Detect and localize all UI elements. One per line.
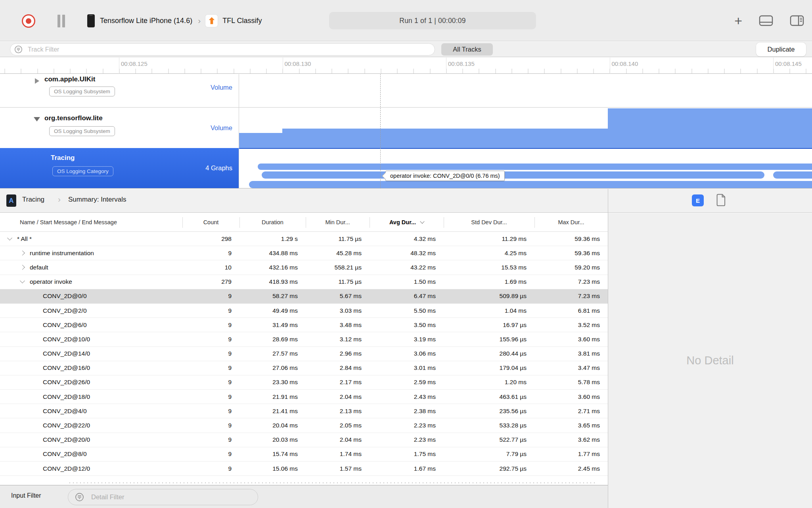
breadcrumb-tracing[interactable]: Tracing [22,196,44,204]
cell-min: 1.74 ms [306,450,370,458]
panel-divider[interactable] [608,189,608,508]
cell-min: 2.13 ms [306,408,370,415]
all-tracks-button[interactable]: All Tracks [441,43,493,56]
interval-bar[interactable] [262,171,764,179]
track-badge: OS Logging Category [52,166,113,176]
column-header-duration[interactable]: Duration [239,213,306,232]
column-header-avg-duration[interactable]: Avg Dur... [370,213,444,232]
table-row[interactable]: CONV_2D@10/0928.69 ms3.12 ms3.19 ms155.9… [0,332,608,346]
cell-avg: 2.43 ms [370,393,444,400]
row-name: CONV_2D@4/0 [43,408,87,415]
iphone-icon [87,14,95,27]
row-name: CONV_2D@20/0 [43,436,90,443]
cell-max: 7.23 ms [534,278,608,285]
row-name: CONV_2D@6/0 [43,321,87,329]
target-selector[interactable]: Tensorflow Lite iPhone (14.6) › TFL Clas… [87,12,262,29]
chevron-right-icon: › [58,194,61,204]
timeline-ruler[interactable]: 00:08.12500:08.13000:08.13500:08.14000:0… [0,58,812,74]
cell-avg: 1.67 ms [370,465,444,472]
table-row[interactable]: default10432.16 ms558.21 µs43.22 ms15.53… [0,260,608,275]
table-body: * All *2981.29 s11.75 µs4.32 ms11.29 ms5… [0,232,608,476]
track-meta: 4 Graphs [205,164,232,172]
table-row[interactable]: CONV_2D@12/0915.06 ms1.57 ms1.67 ms292.7… [0,462,608,476]
extended-detail-button[interactable]: E [692,194,704,206]
column-header-name[interactable]: Name / Start Message / End Message [0,213,182,232]
detail-filter-input[interactable] [68,489,258,505]
cell-count: 9 [182,250,239,257]
column-header-max-duration[interactable]: Max Dur... [534,213,608,232]
add-instrument-button[interactable]: + [734,13,742,29]
disclosure-expanded-icon[interactable] [34,117,40,121]
ruler-gridline [610,58,610,74]
column-header-min-duration[interactable]: Min Dur... [306,213,370,232]
run-status-display: Run 1 of 1 | 00:00:09 [329,12,536,29]
table-row[interactable]: CONV_2D@8/0915.74 ms1.74 ms1.75 ms7.79 µ… [0,447,608,462]
table-row[interactable]: CONV_2D@2/0949.49 ms3.03 ms5.50 ms1.04 m… [0,304,608,318]
cell-min: 45.28 ms [306,250,370,257]
table-row[interactable]: operator invoke279418.93 ms11.75 µs1.50 … [0,275,608,289]
cell-duration: 434.88 ms [239,250,306,257]
track-row-tracing-selected[interactable]: Tracing OS Logging Category 4 Graphs [0,148,812,188]
cell-avg: 43.22 ms [370,264,444,271]
table-row[interactable]: CONV_2D@22/0920.04 ms2.05 ms2.23 ms533.2… [0,418,608,433]
cell-min: 558.21 µs [306,264,370,271]
track-graph-volume[interactable] [239,108,812,148]
cell-std: 16.97 µs [444,321,534,329]
table-row[interactable]: CONV_2D@4/0921.41 ms2.13 ms2.38 ms235.56… [0,404,608,418]
disclosure-collapsed-icon[interactable] [35,78,39,84]
track-row-tensorflow[interactable]: org.tensorflow.lite OS Logging Subsystem… [0,108,812,148]
cell-duration: 28.69 ms [239,336,306,343]
table-row[interactable]: * All *2981.29 s11.75 µs4.32 ms11.29 ms5… [0,232,608,246]
chevron-right-icon[interactable] [20,265,25,270]
table-row[interactable]: runtime instrumentation9434.88 ms45.28 m… [0,246,608,260]
interval-bar[interactable] [773,171,812,179]
cell-duration: 15.06 ms [239,465,306,472]
table-row[interactable]: CONV_2D@20/0920.03 ms2.04 ms2.23 ms522.7… [0,433,608,447]
track-row-uikit[interactable]: com.apple.UIKit OS Logging Subsystem Vol… [0,74,812,108]
row-name: CONV_2D@26/0 [43,379,90,386]
toggle-right-pane-button[interactable] [790,15,804,26]
cell-avg: 2.38 ms [370,408,444,415]
table-row[interactable]: CONV_2D@18/0921.91 ms2.04 ms2.43 ms463.6… [0,390,608,404]
record-button[interactable] [22,14,35,28]
cell-duration: 432.16 ms [239,264,306,271]
chevron-down-icon[interactable] [7,235,12,241]
table-row[interactable]: CONV_2D@6/0931.49 ms3.48 ms3.50 ms16.97 … [0,318,608,332]
breadcrumb-summary-intervals[interactable]: Summary: Intervals [68,196,126,204]
tfl-arrow-icon [207,16,216,25]
selection-top-line [239,148,812,149]
cell-min: 5.67 ms [306,292,370,300]
column-header-count[interactable]: Count [182,213,239,232]
ruler-time-label: 00:08.125 [121,60,147,67]
cell-max: 5.78 ms [534,379,608,386]
column-header-std-dev-duration[interactable]: Std Dev Dur... [444,213,534,232]
interval-bar[interactable] [258,164,812,170]
track-graph-tracing[interactable] [239,148,812,188]
track-graph-uikit[interactable] [239,74,812,107]
document-inspector-button[interactable] [716,194,726,206]
interval-bar[interactable] [249,181,812,188]
tooltip-text: operator invoke: CONV_2D@0/0 (6.76 ms) [390,173,500,179]
cell-duration: 20.03 ms [239,436,306,443]
e-button-label: E [696,197,700,204]
row-name: * All * [17,235,32,242]
detail-breadcrumb-bar: A Tracing › Summary: Intervals [0,189,812,213]
chevron-right-icon[interactable] [20,250,25,256]
cell-std: 1.04 ms [444,307,534,314]
track-title: com.apple.UIKit [44,75,95,83]
table-row-selected[interactable]: CONV_2D@0/0958.27 ms5.67 ms6.47 ms509.89… [0,289,608,304]
ruler-gridline [283,58,283,74]
cell-max: 2.45 ms [534,465,608,472]
duplicate-button[interactable]: Duplicate [756,42,806,56]
volume-bar [282,129,608,148]
toggle-bottom-pane-button[interactable] [759,15,773,26]
table-row[interactable]: CONV_2D@14/0927.57 ms2.96 ms3.06 ms280.4… [0,347,608,361]
cell-min: 11.75 µs [306,235,370,242]
table-row[interactable]: CONV_2D@16/0927.06 ms2.84 ms3.01 ms179.0… [0,361,608,375]
no-detail-message: No Detail [686,354,733,367]
cell-count: 9 [182,336,239,343]
chevron-down-icon[interactable] [20,278,25,283]
table-row[interactable]: CONV_2D@26/0923.30 ms2.17 ms2.59 ms1.20 … [0,375,608,390]
track-filter-input[interactable] [10,43,435,56]
pause-button[interactable] [57,15,66,27]
